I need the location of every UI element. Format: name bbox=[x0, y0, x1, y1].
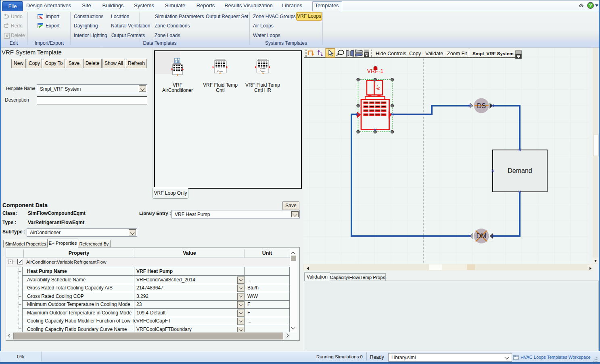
svg-text:T/HR-: T/HR- bbox=[260, 67, 266, 70]
svg-text:Air: Air bbox=[376, 85, 380, 90]
svg-text:Contr.: Contr. bbox=[217, 70, 224, 73]
svg-text:VRF-1: VRF-1 bbox=[367, 68, 384, 74]
svg-text:DS: DS bbox=[477, 102, 486, 109]
svg-text:?: ? bbox=[589, 3, 592, 8]
svg-text:F: F bbox=[175, 60, 177, 62]
svg-text:T-: T- bbox=[219, 67, 221, 70]
svg-text:Contr.: Contr. bbox=[260, 70, 266, 73]
svg-text:Demand: Demand bbox=[508, 167, 532, 174]
svg-text:S: S bbox=[178, 60, 180, 62]
svg-text:DM: DM bbox=[477, 233, 487, 239]
